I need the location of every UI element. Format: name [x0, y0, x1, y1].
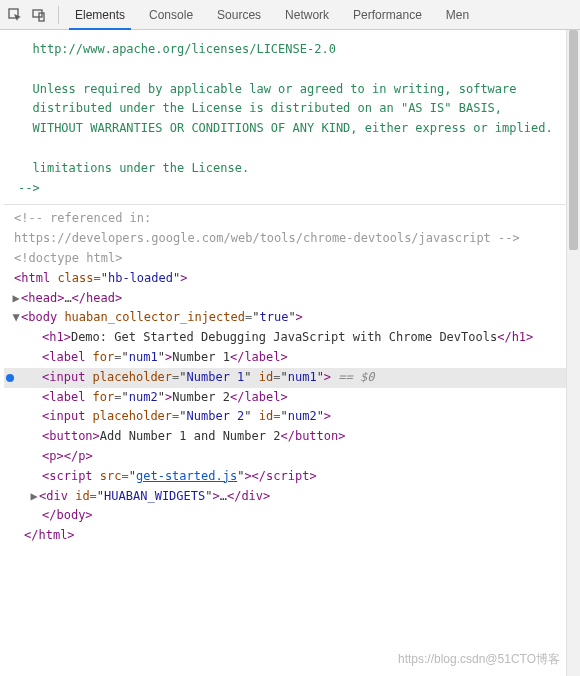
comment-line: WITHOUT WARRANTIES OR CONDITIONS OF ANY … — [18, 119, 564, 139]
tab-console[interactable]: Console — [137, 0, 205, 29]
tab-performance[interactable]: Performance — [341, 0, 434, 29]
dom-selected-input1[interactable]: <input placeholder="Number 1" id="num1">… — [4, 368, 578, 388]
dom-line[interactable]: https://developers.google.com/web/tools/… — [4, 229, 578, 249]
comment-line — [18, 60, 564, 80]
tab-sources[interactable]: Sources — [205, 0, 273, 29]
dom-widget-div[interactable]: ▶<div id="HUABAN_WIDGETS">…</div> — [4, 487, 578, 507]
dom-head[interactable]: ▶<head>…</head> — [4, 289, 578, 309]
tab-more[interactable]: Men — [434, 0, 481, 29]
dom-body-close[interactable]: </body> — [4, 506, 578, 526]
toolbar-separator — [58, 6, 59, 24]
watermark-text: https://blog.csdn@51CTO博客 — [398, 650, 560, 670]
device-toggle-icon[interactable] — [30, 6, 48, 24]
dom-h1[interactable]: <h1>Demo: Get Started Debugging JavaScri… — [4, 328, 578, 348]
dom-body-open[interactable]: ▼<body huaban_collector_injected="true"> — [4, 308, 578, 328]
comment-line: limitations under the License. — [18, 159, 564, 179]
tab-network[interactable]: Network — [273, 0, 341, 29]
dom-label1[interactable]: <label for="num1">Number 1</label> — [4, 348, 578, 368]
dom-line[interactable]: <!doctype html> — [4, 249, 578, 269]
license-comment: http://www.apache.org/licenses/LICENSE-2… — [4, 36, 578, 205]
breakpoint-dot-icon[interactable] — [6, 374, 14, 382]
dom-label2[interactable]: <label for="num2">Number 2</label> — [4, 388, 578, 408]
dom-line[interactable]: <!-- referenced in: — [4, 209, 578, 229]
expand-icon[interactable]: ▶ — [11, 289, 21, 309]
collapse-icon[interactable]: ▼ — [11, 308, 21, 328]
inspect-icon[interactable] — [6, 6, 24, 24]
panel-tabs: Elements Console Sources Network Perform… — [63, 0, 574, 29]
comment-line: distributed under the License is distrib… — [18, 99, 564, 119]
dom-button[interactable]: <button>Add Number 1 and Number 2</butto… — [4, 427, 578, 447]
tab-elements[interactable]: Elements — [63, 0, 137, 29]
comment-line: http://www.apache.org/licenses/LICENSE-2… — [18, 40, 564, 60]
comment-line: Unless required by applicable law or agr… — [18, 80, 564, 100]
expand-icon[interactable]: ▶ — [29, 487, 39, 507]
dom-html-close[interactable]: </html> — [4, 526, 578, 546]
dom-script[interactable]: <script src="get-started.js"></script> — [4, 467, 578, 487]
dom-input2[interactable]: <input placeholder="Number 2" id="num2"> — [4, 407, 578, 427]
dom-html-open[interactable]: <html class="hb-loaded"> — [4, 269, 578, 289]
dom-p[interactable]: <p></p> — [4, 447, 578, 467]
devtools-toolbar: Elements Console Sources Network Perform… — [0, 0, 580, 30]
scrollbar-thumb[interactable] — [569, 30, 578, 250]
comment-line — [18, 139, 564, 159]
vertical-scrollbar[interactable] — [566, 30, 580, 676]
elements-panel: http://www.apache.org/licenses/LICENSE-2… — [0, 30, 580, 676]
comment-end: --> — [18, 179, 564, 199]
